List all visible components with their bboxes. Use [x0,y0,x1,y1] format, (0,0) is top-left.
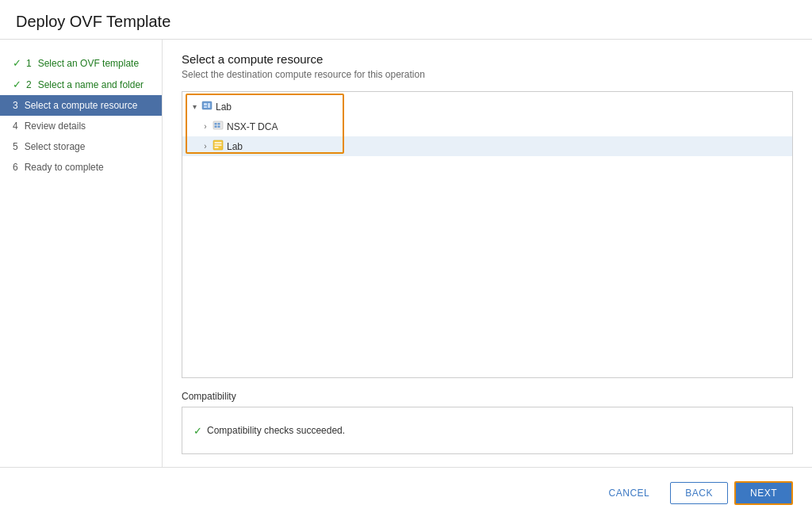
compat-check-icon: ✓ [193,425,202,437]
svg-rect-5 [215,123,217,125]
svg-rect-1 [204,103,207,105]
step6-label: Ready to complete [25,162,104,173]
svg-rect-8 [218,126,220,128]
next-button[interactable]: NEXT [734,481,793,505]
page-title: Deploy OVF Template [16,13,796,31]
cluster-icon-nsxt [213,120,224,133]
step5-label: Select storage [25,141,86,152]
step6-number: 6 [13,162,18,173]
svg-rect-2 [204,106,207,108]
sidebar-item-step6: 6 Ready to complete [0,157,162,178]
svg-rect-12 [215,147,219,148]
step2-label: Select a name and folder [38,79,144,90]
svg-rect-6 [215,126,217,128]
tree-node-lab-root[interactable]: ▾ Lab [182,97,792,117]
step4-label: Review details [25,120,86,132]
chevron-right-icon-lab: › [200,142,211,151]
sidebar-item-step5: 5 Select storage [0,136,162,157]
tree-inner: ▾ Lab › [182,92,792,161]
svg-rect-10 [215,142,222,143]
back-button[interactable]: BACK [670,482,728,504]
step5-number: 5 [13,141,18,152]
tree-node-lab-child[interactable]: › Lab [182,136,792,156]
sidebar: ✓ 1 Select an OVF template ✓ 2 Select a … [0,40,163,467]
compatibility-section: Compatibility ✓ Compatibility checks suc… [182,391,793,454]
chevron-right-icon-nsxt: › [200,122,211,131]
step2-number: 2 [26,79,32,90]
main-layout: ✓ 1 Select an OVF template ✓ 2 Select a … [0,40,812,467]
check-icon-step2: ✓ [13,78,21,90]
step3-label: Select a compute resource [25,100,138,111]
svg-rect-0 [202,101,212,109]
sidebar-item-step2[interactable]: ✓ 2 Select a name and folder [0,74,162,95]
step3-number: 3 [13,100,18,111]
node-nsxt-label: NSX-T DCA [227,121,278,132]
chevron-down-icon: ▾ [189,102,200,111]
content-area: Select a compute resource Select the des… [163,40,812,467]
footer: CANCEL BACK NEXT [0,467,812,518]
compatibility-label: Compatibility [182,391,793,402]
content-title: Select a compute resource [182,52,793,66]
svg-rect-11 [215,144,222,146]
tree-node-nsxt[interactable]: › NSX-T DCA [182,117,792,136]
sidebar-item-step1[interactable]: ✓ 1 Select an OVF template [0,52,162,74]
svg-rect-7 [218,123,220,125]
tree-panel[interactable]: ▾ Lab › [182,91,793,378]
svg-rect-4 [213,121,223,129]
compatibility-message: Compatibility checks succeeded. [207,425,345,436]
cancel-button[interactable]: CANCEL [595,483,665,503]
sidebar-item-step3[interactable]: 3 Select a compute resource [0,95,162,116]
sidebar-item-step4: 4 Review details [0,116,162,136]
page-header: Deploy OVF Template [0,0,812,40]
svg-rect-3 [208,103,210,108]
step1-number: 1 [26,58,32,69]
content-subtitle: Select the destination compute resource … [182,69,793,80]
host-icon-lab [213,140,224,153]
datacenter-icon [201,100,213,113]
check-icon-step1: ✓ [13,57,21,69]
step4-number: 4 [13,120,18,132]
node-lab-child-label: Lab [227,141,243,152]
compatibility-box: ✓ Compatibility checks succeeded. [182,407,793,454]
step1-label: Select an OVF template [38,58,139,69]
node-lab-root-label: Lab [216,101,232,113]
